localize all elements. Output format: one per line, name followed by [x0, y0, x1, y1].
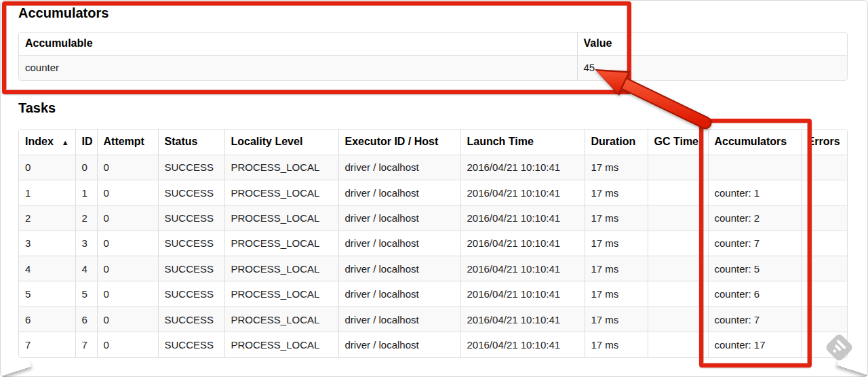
- cell-locality-level: PROCESS_LOCAL: [224, 180, 338, 205]
- table-row: 440SUCCESSPROCESS_LOCALdriver / localhos…: [19, 256, 848, 281]
- attempt-column-header[interactable]: Attempt: [97, 130, 158, 155]
- gc-time-column-header[interactable]: GC Time: [648, 130, 708, 155]
- cell-errors: [801, 231, 848, 256]
- cell-id: 3: [75, 231, 97, 256]
- launch-time-column-header[interactable]: Launch Time: [460, 130, 585, 155]
- cell-id: 1: [75, 180, 97, 205]
- cell-id: 6: [75, 306, 97, 332]
- accumulators-column-header[interactable]: Accumulators: [708, 130, 801, 155]
- locality-level-column-header[interactable]: Locality Level: [224, 130, 338, 155]
- cell-attempt: 0: [97, 332, 158, 357]
- cell-errors: [801, 155, 848, 180]
- cell-attempt: 0: [97, 180, 158, 205]
- duration-column-header[interactable]: Duration: [585, 130, 648, 155]
- cell-launch-time: 2016/04/21 10:10:41: [460, 231, 585, 256]
- cell-status: SUCCESS: [158, 155, 224, 180]
- cell-attempt: 0: [97, 281, 158, 306]
- cell-accumulators: counter: 17: [708, 332, 801, 357]
- cell-accumulators: counter: 7: [708, 231, 801, 256]
- cell-status: SUCCESS: [158, 306, 224, 332]
- cell-duration: 17 ms: [585, 231, 648, 256]
- value-column-header: Value: [577, 33, 848, 55]
- cell-locality-level: PROCESS_LOCAL: [224, 256, 338, 281]
- cell-duration: 17 ms: [585, 205, 648, 231]
- cell-duration: 17 ms: [585, 281, 648, 306]
- cell-accumulators: counter: 6: [708, 281, 801, 306]
- cell-value: 45: [577, 55, 848, 80]
- cell-index: 4: [19, 256, 75, 281]
- cell-gc-time: [648, 256, 708, 281]
- cell-locality-level: PROCESS_LOCAL: [224, 281, 338, 306]
- index-column-header[interactable]: Index▲: [19, 130, 75, 155]
- cell-errors: [801, 205, 848, 231]
- cell-status: SUCCESS: [158, 180, 224, 205]
- accumulators-header-row: Accumulable Value: [19, 33, 848, 55]
- cell-launch-time: 2016/04/21 10:10:41: [460, 180, 585, 205]
- cell-attempt: 0: [97, 256, 158, 281]
- accumulators-section-title: Accumulators: [18, 4, 108, 22]
- cell-gc-time: [648, 306, 708, 332]
- cell-executor-id-host: driver / localhost: [338, 205, 460, 231]
- executor-id-host-column-header[interactable]: Executor ID / Host: [338, 130, 460, 155]
- accumulable-column-header: Accumulable: [19, 33, 577, 55]
- watermark-stripe: [833, 349, 837, 353]
- status-column-header[interactable]: Status: [158, 130, 224, 155]
- table-row: 330SUCCESSPROCESS_LOCALdriver / localhos…: [19, 231, 848, 256]
- cell-gc-time: [648, 180, 708, 205]
- cell-index: 2: [19, 205, 75, 231]
- errors-column-header[interactable]: Errors: [801, 130, 848, 155]
- table-row: 220SUCCESSPROCESS_LOCALdriver / localhos…: [19, 205, 848, 231]
- cell-executor-id-host: driver / localhost: [338, 231, 460, 256]
- cell-duration: 17 ms: [585, 256, 648, 281]
- table-row: 550SUCCESSPROCESS_LOCALdriver / localhos…: [19, 281, 848, 306]
- spark-stage-details-page: Accumulators Accumulable Value counter 4…: [0, 0, 868, 377]
- accumulators-table: Accumulable Value counter 45: [18, 32, 848, 81]
- cell-locality-level: PROCESS_LOCAL: [224, 205, 338, 231]
- page-curl-shadow-right: [837, 359, 868, 377]
- cell-duration: 17 ms: [585, 155, 648, 180]
- index-header-label: Index: [25, 136, 54, 147]
- cell-errors: [801, 306, 848, 332]
- cell-executor-id-host: driver / localhost: [338, 281, 460, 306]
- table-row: 770SUCCESSPROCESS_LOCALdriver / localhos…: [19, 332, 848, 357]
- cell-status: SUCCESS: [158, 231, 224, 256]
- cell-index: 3: [19, 231, 75, 256]
- cell-locality-level: PROCESS_LOCAL: [224, 155, 338, 180]
- table-row: counter 45: [19, 55, 848, 80]
- cell-attempt: 0: [97, 306, 158, 332]
- cell-index: 0: [19, 155, 75, 180]
- cell-gc-time: [648, 281, 708, 306]
- tasks-header-row: Index▲ ID Attempt Status Locality Level …: [19, 130, 848, 155]
- cell-status: SUCCESS: [158, 205, 224, 231]
- cell-launch-time: 2016/04/21 10:10:41: [460, 281, 585, 306]
- cell-id: 2: [75, 205, 97, 231]
- cell-launch-time: 2016/04/21 10:10:41: [460, 332, 585, 357]
- cell-locality-level: PROCESS_LOCAL: [224, 231, 338, 256]
- cell-launch-time: 2016/04/21 10:10:41: [460, 155, 585, 180]
- id-column-header[interactable]: ID: [75, 130, 97, 155]
- cell-attempt: 0: [97, 231, 158, 256]
- cell-gc-time: [648, 155, 708, 180]
- cell-executor-id-host: driver / localhost: [338, 332, 460, 357]
- cell-attempt: 0: [97, 205, 158, 231]
- cell-gc-time: [648, 332, 708, 357]
- cell-accumulable: counter: [19, 55, 577, 80]
- cell-accumulators: counter: 1: [708, 180, 801, 205]
- cell-attempt: 0: [97, 155, 158, 180]
- cell-duration: 17 ms: [585, 306, 648, 332]
- cell-executor-id-host: driver / localhost: [338, 256, 460, 281]
- page-curl-shadow-left: [0, 360, 31, 377]
- cell-errors: [801, 281, 848, 306]
- cell-errors: [801, 256, 848, 281]
- cell-accumulators: counter: 2: [708, 205, 801, 231]
- cell-index: 5: [19, 281, 75, 306]
- cell-id: 4: [75, 256, 97, 281]
- cell-errors: [801, 180, 848, 205]
- tasks-table: Index▲ ID Attempt Status Locality Level …: [18, 129, 848, 358]
- cell-locality-level: PROCESS_LOCAL: [224, 306, 338, 332]
- cell-launch-time: 2016/04/21 10:10:41: [460, 205, 585, 231]
- cell-locality-level: PROCESS_LOCAL: [224, 332, 338, 357]
- cell-index: 6: [19, 306, 75, 332]
- cell-accumulators: counter: 5: [708, 256, 801, 281]
- cell-executor-id-host: driver / localhost: [338, 306, 460, 332]
